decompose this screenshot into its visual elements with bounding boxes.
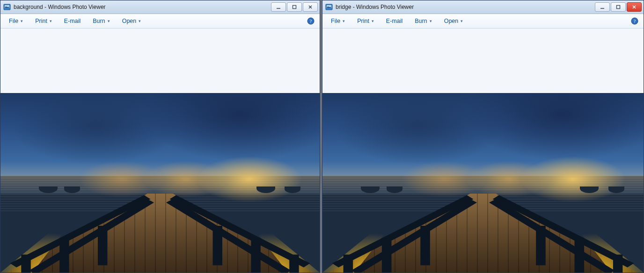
menu-email[interactable]: E-mail (382, 16, 406, 26)
window-controls (595, 2, 642, 12)
menu-open-label: Open (122, 18, 137, 24)
menu-open-label: Open (444, 18, 459, 24)
chevron-down-icon: ▾ (430, 19, 432, 23)
menu-open[interactable]: Open ▾ (118, 16, 145, 26)
titlebar[interactable]: background - Windows Photo Viewer (0, 0, 320, 14)
help-button[interactable]: ? (630, 17, 639, 25)
displayed-image (0, 93, 320, 273)
window-title: bridge - Windows Photo Viewer (336, 4, 414, 10)
menu-email[interactable]: E-mail (60, 16, 84, 26)
pier-shape (0, 194, 320, 273)
command-bar: File ▾ Print ▾ E-mail Burn ▾ Open ▾ (322, 14, 644, 29)
minimize-button[interactable] (271, 2, 286, 12)
close-button[interactable] (627, 2, 642, 12)
menu-file[interactable]: File ▾ (5, 16, 27, 26)
menu-file-label: File (9, 18, 18, 24)
displayed-image (322, 93, 644, 273)
chevron-down-icon: ▾ (372, 19, 374, 23)
svg-text:?: ? (634, 19, 636, 24)
menu-burn[interactable]: Burn ▾ (411, 16, 435, 26)
chevron-down-icon: ▾ (21, 19, 23, 23)
svg-rect-17 (617, 6, 620, 9)
minimize-button[interactable] (595, 2, 610, 12)
boat-shape (580, 187, 599, 193)
boat-shape (361, 187, 380, 193)
photo-viewer-window-left: background - Windows Photo Viewer (0, 0, 320, 273)
menu-email-label: E-mail (64, 18, 80, 24)
menu-file-label: File (331, 18, 340, 24)
titlebar[interactable]: bridge - Windows Photo Viewer (322, 0, 644, 14)
app-icon (325, 3, 333, 11)
pier-shape (322, 194, 644, 273)
image-viewport[interactable] (0, 29, 320, 273)
menu-burn[interactable]: Burn ▾ (89, 16, 113, 26)
help-button[interactable]: ? (307, 17, 315, 25)
svg-rect-3 (293, 6, 296, 9)
chevron-down-icon: ▾ (461, 19, 463, 23)
menu-email-label: E-mail (386, 18, 402, 24)
menu-print-label: Print (357, 18, 369, 24)
boat-shape (64, 187, 80, 193)
menu-burn-label: Burn (415, 18, 427, 24)
maximize-button[interactable] (287, 2, 302, 12)
command-bar: File ▾ Print ▾ E-mail Burn ▾ Open ▾ (0, 14, 320, 29)
maximize-button[interactable] (611, 2, 626, 12)
chevron-down-icon: ▾ (50, 19, 52, 23)
chevron-down-icon: ▾ (343, 19, 345, 23)
app-icon (3, 3, 11, 11)
menu-file[interactable]: File ▾ (327, 16, 349, 26)
boat-shape (285, 187, 300, 193)
menu-print-label: Print (35, 18, 47, 24)
chevron-down-icon: ▾ (108, 19, 110, 23)
boat-shape (256, 187, 275, 193)
close-button[interactable] (303, 2, 318, 12)
boat-shape (39, 187, 58, 193)
menu-burn-label: Burn (93, 18, 105, 24)
photo-viewer-window-right: bridge - Windows Photo Viewer (322, 0, 644, 273)
svg-text:?: ? (310, 19, 312, 24)
boat-shape (387, 187, 402, 193)
boat-shape (608, 187, 624, 193)
menu-print[interactable]: Print ▾ (31, 16, 56, 26)
image-viewport[interactable] (322, 29, 644, 273)
window-controls (271, 2, 318, 12)
window-title: background - Windows Photo Viewer (14, 4, 106, 10)
menu-open[interactable]: Open ▾ (440, 16, 467, 26)
chevron-down-icon: ▾ (139, 19, 141, 23)
menu-print[interactable]: Print ▾ (353, 16, 378, 26)
